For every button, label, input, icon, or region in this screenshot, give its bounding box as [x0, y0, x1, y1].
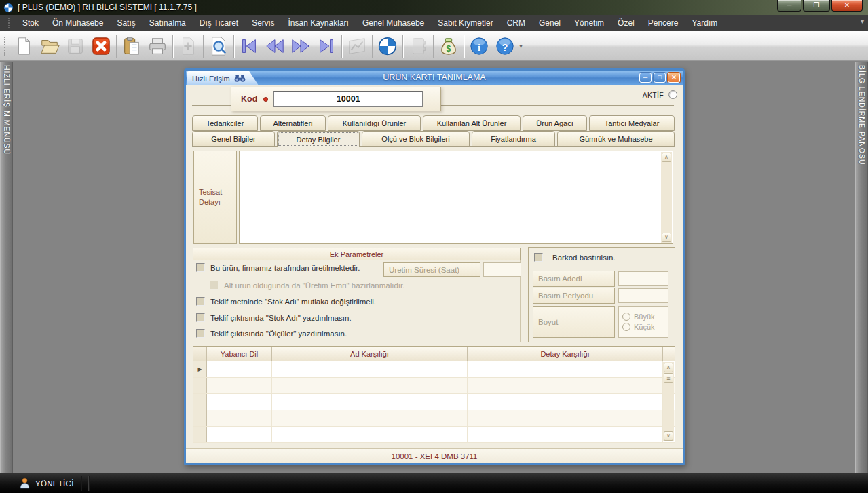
kucuk-radio[interactable]: [622, 323, 630, 331]
menu-genel[interactable]: Genel: [532, 15, 567, 31]
screen: [ PLUS (DEMO) ] RH BİLGİ SİSTEMİ [ 11.1.…: [0, 0, 868, 493]
taskbar-user[interactable]: YÖNETİCİ: [0, 477, 74, 489]
basim-adedi-input[interactable]: [618, 271, 668, 286]
buyuk-radio[interactable]: [622, 313, 630, 321]
menu-sabit-kiymetler[interactable]: Sabit Kıymetler: [431, 15, 499, 31]
menu-yardim[interactable]: Yardım: [685, 15, 724, 31]
user-icon: [19, 477, 31, 489]
cell: [468, 427, 663, 442]
barkod-checkbox[interactable]: [534, 253, 543, 262]
window-controls: ─ ❐ ✕: [777, 0, 863, 12]
tab-olcu-ve-blok[interactable]: Ölçü ve Blok Bilgileri: [362, 131, 470, 146]
nav-prev-button[interactable]: [262, 33, 288, 59]
uretim-suresi-input[interactable]: [483, 262, 521, 277]
textarea-scrollbar[interactable]: ∧ ∨: [661, 152, 672, 243]
info-board-panel[interactable]: BİLGİLENDİRME PANOSU: [855, 62, 868, 473]
uretilmektedir-checkbox[interactable]: [196, 263, 205, 272]
nav-next-button[interactable]: [288, 33, 314, 59]
menu-servis[interactable]: Servis: [245, 15, 281, 31]
inner-close-button[interactable]: ✕: [668, 73, 680, 83]
table-scrollbar[interactable]: ∧ ≡ ∨: [663, 362, 674, 441]
inner-maximize-button[interactable]: □: [654, 73, 666, 83]
toolbar-grip[interactable]: [4, 37, 7, 56]
print-button[interactable]: [145, 33, 170, 59]
close-button[interactable]: ✕: [831, 0, 863, 12]
uretilmektedir-label: Bu ürün, firmamız tarafından üretilmekte…: [210, 264, 360, 272]
table-row[interactable]: [193, 427, 675, 443]
money-bag-button[interactable]: $: [436, 33, 461, 59]
barkod-label: Barkod bastırılsın.: [552, 254, 616, 262]
quick-access-panel-label: HIZLI ERİŞİM MENÜSÜ: [1, 62, 11, 155]
tab-fiyatlandirma[interactable]: Fiyatlandırma: [472, 131, 555, 146]
tabrow-lower: Genel Bilgiler Detay Bilgiler Ölçü ve Bl…: [192, 131, 675, 146]
delete-button[interactable]: [88, 33, 114, 59]
menu-on-muhasebe[interactable]: Ön Muhasebe: [45, 15, 110, 31]
kod-panel: Kod: [231, 87, 441, 111]
scroll-up-icon[interactable]: ∧: [664, 363, 673, 372]
quick-access-panel[interactable]: HIZLI ERİŞİM MENÜSÜ: [0, 62, 13, 473]
row-selector: [193, 378, 207, 393]
kod-input[interactable]: [273, 91, 423, 107]
tab-tedarikciler[interactable]: Tedarikciler: [192, 115, 258, 131]
scroll-down-icon[interactable]: ∨: [664, 431, 673, 441]
sphere-button[interactable]: [375, 33, 400, 59]
menubar-grip[interactable]: [8, 18, 10, 28]
tab-detay-bilgiler[interactable]: Detay Bilgiler: [277, 131, 360, 147]
alt-urun-label: Alt ürün olduğunda da "Üretim Emri" hazı…: [224, 281, 404, 290]
toolbar-overflow-icon[interactable]: ▾: [519, 42, 523, 50]
cell: [468, 410, 663, 426]
tab-urun-agaci[interactable]: Ürün Ağacı: [523, 115, 587, 131]
urun-karti-titlebar[interactable]: Hızlı Erişim ÜRÜN KARTI TANIMLAMA ─ □ ✕: [186, 71, 683, 85]
tab-tantici-medyalar[interactable]: Tantıcı Medyalar: [589, 115, 675, 131]
menu-satinalma[interactable]: Satınalma: [143, 15, 193, 31]
menu-pencere[interactable]: Pencere: [641, 15, 685, 31]
window-title: ÜRÜN KARTI TANIMLAMA: [186, 73, 683, 82]
search-button[interactable]: [206, 33, 231, 59]
aktif-radio[interactable]: [668, 90, 677, 99]
menu-crm[interactable]: CRM: [500, 15, 532, 31]
scrollbar-thumb[interactable]: ≡: [664, 373, 673, 383]
basim-periyodu-input[interactable]: [618, 288, 668, 303]
menu-insan-kaynaklari[interactable]: İnsan Kaynakları: [282, 15, 356, 31]
toolbar-separator: [172, 35, 173, 58]
taskbar-separator: [81, 476, 81, 491]
col-yabanci-dil[interactable]: Yabancı Dil: [207, 347, 272, 361]
help-button[interactable]: ?: [492, 33, 518, 59]
menu-satis[interactable]: Satış: [110, 15, 142, 31]
teklif-metin-checkbox[interactable]: [196, 297, 205, 306]
scroll-down-icon[interactable]: ∨: [662, 233, 671, 242]
open-button[interactable]: [37, 33, 62, 59]
col-ad-karsiligi[interactable]: Ad Karşılığı: [272, 347, 468, 361]
menu-dis-ticaret[interactable]: Dış Ticaret: [193, 15, 245, 31]
tab-kullanildigi-urunler[interactable]: Kullanıldığı Ürünler: [328, 115, 421, 131]
col-detay-karsiligi[interactable]: Detay Karşılığı: [468, 347, 663, 361]
nav-last-button[interactable]: [314, 33, 339, 59]
teklif-stok-checkbox[interactable]: [196, 313, 205, 322]
inner-minimize-button[interactable]: ─: [639, 73, 652, 83]
menu-overflow-icon[interactable]: ▾: [861, 18, 864, 25]
menu-genel-muhasebe[interactable]: Genel Muhasebe: [356, 15, 431, 31]
paste-button[interactable]: [119, 33, 145, 59]
new-document-icon: [14, 36, 34, 56]
menu-stok[interactable]: Stok: [16, 15, 45, 31]
svg-text:i: i: [478, 41, 480, 52]
tab-genel-bilgiler[interactable]: Genel Bilgiler: [192, 131, 275, 146]
info-button[interactable]: i: [466, 33, 492, 59]
restore-button[interactable]: ❐: [803, 0, 830, 12]
tab-alternatifleri[interactable]: Alternatifleri: [260, 115, 326, 131]
tab-gumruk-ve-muhasebe[interactable]: Gümrük ve Muhasebe: [557, 131, 675, 146]
menu-ozel[interactable]: Özel: [611, 15, 641, 31]
table-row[interactable]: [193, 394, 675, 410]
scroll-up-icon[interactable]: ∧: [662, 153, 671, 162]
teklif-olcu-checkbox[interactable]: [196, 329, 205, 338]
nav-first-button[interactable]: [236, 33, 262, 59]
table-row[interactable]: [193, 378, 675, 394]
new-document-button[interactable]: [11, 33, 37, 59]
cell: [272, 378, 468, 393]
table-row[interactable]: ▶: [193, 361, 675, 378]
tesisat-detayi-textarea[interactable]: ∧ ∨: [239, 151, 673, 244]
table-row[interactable]: [193, 410, 675, 427]
minimize-button[interactable]: ─: [777, 0, 801, 12]
menu-yonetim[interactable]: Yönetim: [567, 15, 611, 31]
tab-kullanilan-alt-urunler[interactable]: Kullanılan Alt Ürünler: [423, 115, 521, 131]
